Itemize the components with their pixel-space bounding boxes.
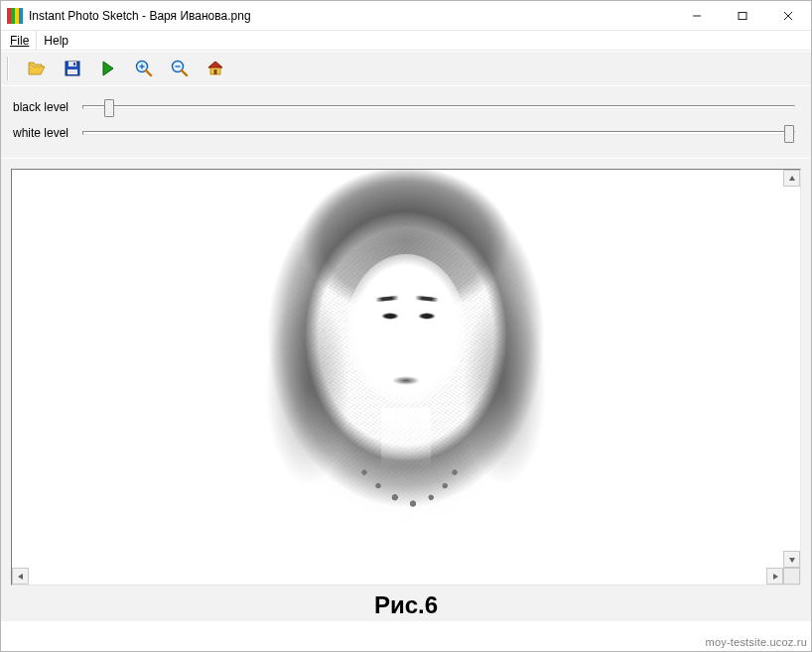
scroll-down-button[interactable] xyxy=(783,551,800,568)
svg-marker-17 xyxy=(208,62,222,67)
window-controls xyxy=(674,1,811,30)
play-icon xyxy=(101,61,115,76)
open-button[interactable] xyxy=(27,59,47,78)
white-level-thumb[interactable] xyxy=(784,125,794,143)
white-level-slider[interactable] xyxy=(82,131,795,135)
toolbar xyxy=(1,51,811,86)
toolbar-separator xyxy=(7,57,9,80)
svg-marker-22 xyxy=(773,574,778,580)
maximize-button[interactable] xyxy=(720,1,765,30)
run-button[interactable] xyxy=(98,59,118,78)
scroll-left-button[interactable] xyxy=(12,568,29,585)
svg-marker-20 xyxy=(789,558,795,563)
black-level-label: black level xyxy=(13,100,78,114)
zoom-in-button[interactable] xyxy=(134,59,154,78)
scroll-up-button[interactable] xyxy=(783,170,800,187)
black-level-row: black level xyxy=(13,94,799,120)
zoom-out-icon xyxy=(171,60,189,77)
svg-marker-8 xyxy=(103,62,113,75)
menu-bar: File Help xyxy=(1,31,811,51)
black-level-slider[interactable] xyxy=(82,105,795,109)
svg-rect-6 xyxy=(73,63,75,65)
menu-help[interactable]: Help xyxy=(37,31,75,50)
home-icon xyxy=(206,61,224,76)
menu-file[interactable]: File xyxy=(3,31,37,50)
minimize-button[interactable] xyxy=(674,1,720,30)
canvas-wrap xyxy=(1,159,811,586)
scroll-corner xyxy=(783,568,800,585)
folder-open-icon xyxy=(28,61,46,76)
floppy-save-icon xyxy=(65,61,80,76)
svg-rect-1 xyxy=(739,12,746,19)
watermark: moy-testsite.ucoz.ru xyxy=(706,636,807,648)
figure-caption: Рис.6 xyxy=(1,586,811,621)
svg-line-14 xyxy=(182,70,187,75)
svg-marker-19 xyxy=(789,176,795,181)
title-bar: Instant Photo Sketch - Варя Иванова.png xyxy=(1,1,811,31)
white-level-row: white level xyxy=(13,120,799,146)
scroll-right-button[interactable] xyxy=(766,568,783,585)
svg-marker-21 xyxy=(18,574,23,580)
home-button[interactable] xyxy=(205,59,225,78)
close-button[interactable] xyxy=(765,1,811,30)
black-level-thumb[interactable] xyxy=(104,99,114,117)
image-canvas[interactable] xyxy=(11,169,801,586)
zoom-out-button[interactable] xyxy=(170,59,190,78)
svg-rect-18 xyxy=(214,69,217,74)
white-level-label: white level xyxy=(13,126,78,140)
sliders-panel: black level white level xyxy=(1,86,811,159)
svg-line-10 xyxy=(146,70,151,75)
zoom-in-icon xyxy=(135,60,153,77)
save-button[interactable] xyxy=(63,59,82,78)
app-icon xyxy=(7,8,23,24)
sketch-image xyxy=(252,170,560,567)
svg-rect-7 xyxy=(68,69,77,74)
window-title: Instant Photo Sketch - Варя Иванова.png xyxy=(29,9,674,23)
